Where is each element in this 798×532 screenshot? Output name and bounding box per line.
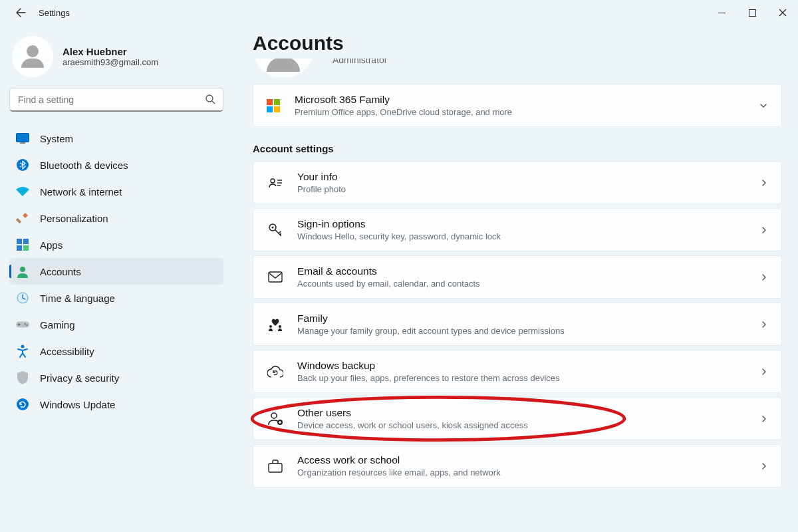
sidebar-item-network[interactable]: Network & internet bbox=[9, 178, 223, 205]
chevron-right-icon bbox=[760, 321, 768, 329]
svg-point-17 bbox=[21, 345, 25, 348]
sidebar-item-update[interactable]: Windows Update bbox=[9, 391, 223, 418]
chevron-down-icon bbox=[759, 101, 768, 110]
profile-email: araesmith93@gmail.com bbox=[63, 57, 158, 67]
sidebar-item-accessibility[interactable]: Accessibility bbox=[9, 338, 223, 364]
close-button[interactable] bbox=[767, 2, 798, 23]
row-work[interactable]: Access work or schoolOrganization resour… bbox=[253, 444, 782, 487]
backup-icon bbox=[267, 363, 284, 380]
profile-block[interactable]: Alex Huebner araesmith93@gmail.com bbox=[9, 32, 223, 88]
window-title: Settings bbox=[39, 8, 70, 18]
gaming-icon bbox=[16, 318, 29, 331]
row-title: Your info bbox=[297, 171, 760, 183]
otherusers-icon bbox=[267, 410, 284, 428]
personalization-icon bbox=[16, 211, 29, 225]
sidebar: Alex Huebner araesmith93@gmail.com Syste… bbox=[0, 25, 233, 532]
ms365-card[interactable]: Microsoft 365 Family Premium Office apps… bbox=[253, 84, 782, 127]
sidebar-item-label: Accessibility bbox=[40, 346, 94, 357]
apps-icon bbox=[16, 238, 29, 251]
privacy-icon bbox=[16, 371, 29, 384]
sidebar-item-label: Network & internet bbox=[40, 186, 122, 198]
svg-point-28 bbox=[271, 413, 277, 418]
row-title: Access work or school bbox=[297, 454, 760, 466]
yourinfo-icon bbox=[267, 174, 284, 192]
row-title: Windows backup bbox=[297, 360, 760, 372]
window-controls bbox=[706, 2, 798, 23]
svg-point-19 bbox=[271, 179, 275, 183]
avatar bbox=[12, 36, 53, 77]
chevron-right-icon bbox=[760, 179, 768, 187]
sidebar-item-gaming[interactable]: Gaming bbox=[9, 311, 223, 338]
chevron-right-icon bbox=[760, 368, 768, 376]
sidebar-item-time[interactable]: Time & language bbox=[9, 285, 223, 311]
nav-list: SystemBluetooth & devicesNetwork & inter… bbox=[9, 125, 223, 418]
row-sub: Organization resources like email, apps,… bbox=[297, 467, 760, 477]
row-key[interactable]: Sign-in optionsWindows Hello, security k… bbox=[253, 208, 782, 251]
family-icon bbox=[267, 316, 284, 333]
svg-rect-8 bbox=[17, 239, 22, 244]
sidebar-item-label: Bluetooth & devices bbox=[40, 160, 128, 171]
row-sub: Profile photo bbox=[297, 184, 760, 194]
row-family[interactable]: FamilyManage your family group, edit acc… bbox=[253, 303, 782, 346]
chevron-right-icon bbox=[760, 226, 768, 234]
ms365-title: Microsoft 365 Family bbox=[295, 94, 759, 106]
bluetooth-icon bbox=[16, 158, 29, 172]
sidebar-item-label: Gaming bbox=[40, 319, 75, 331]
sidebar-item-apps[interactable]: Apps bbox=[9, 231, 223, 258]
svg-point-27 bbox=[279, 325, 281, 328]
page-title: Accounts bbox=[253, 32, 782, 55]
mail-icon bbox=[267, 269, 284, 286]
sidebar-item-label: Windows Update bbox=[40, 399, 115, 410]
row-title: Sign-in options bbox=[297, 218, 760, 230]
admin-label: Administrator bbox=[332, 59, 387, 65]
svg-point-16 bbox=[26, 325, 27, 326]
sidebar-item-label: Personalization bbox=[40, 213, 108, 224]
row-title: Email & accounts bbox=[297, 265, 760, 277]
svg-point-18 bbox=[17, 398, 29, 410]
title-bar: Settings bbox=[0, 0, 798, 25]
row-sub: Windows Hello, security key, password, d… bbox=[297, 231, 760, 241]
settings-rows: Your infoProfile photoSign-in optionsWin… bbox=[253, 161, 782, 487]
accounts-icon bbox=[16, 265, 29, 278]
account-header-cutoff: Administrator bbox=[253, 59, 782, 77]
svg-rect-11 bbox=[23, 245, 29, 251]
sidebar-item-personalization[interactable]: Personalization bbox=[9, 205, 223, 231]
row-backup[interactable]: Windows backupBack up your files, apps, … bbox=[253, 350, 782, 393]
sidebar-item-label: Apps bbox=[40, 239, 63, 251]
accessibility-icon bbox=[16, 344, 29, 358]
maximize-button[interactable] bbox=[737, 2, 767, 23]
row-title: Family bbox=[297, 313, 760, 325]
search-input[interactable] bbox=[9, 88, 223, 112]
minimize-button[interactable] bbox=[706, 2, 737, 23]
microsoft-logo-icon bbox=[267, 99, 280, 112]
chevron-right-icon bbox=[760, 415, 768, 423]
search-box bbox=[9, 88, 223, 112]
chevron-right-icon bbox=[760, 273, 768, 281]
section-label: Account settings bbox=[253, 143, 782, 154]
svg-point-24 bbox=[272, 226, 274, 228]
back-button[interactable] bbox=[11, 3, 31, 23]
network-icon bbox=[16, 185, 29, 198]
sidebar-item-label: Privacy & security bbox=[40, 372, 119, 384]
chevron-right-icon bbox=[760, 462, 768, 470]
row-yourinfo[interactable]: Your infoProfile photo bbox=[253, 161, 782, 204]
sidebar-item-accounts[interactable]: Accounts bbox=[9, 258, 223, 285]
search-icon[interactable] bbox=[205, 94, 215, 104]
arrow-left-icon bbox=[15, 7, 26, 18]
update-icon bbox=[16, 398, 29, 411]
row-sub: Back up your files, apps, preferences to… bbox=[297, 373, 760, 383]
sidebar-item-privacy[interactable]: Privacy & security bbox=[9, 364, 223, 391]
ms365-sub: Premium Office apps, OneDrive cloud stor… bbox=[295, 107, 759, 117]
svg-rect-1 bbox=[749, 9, 755, 16]
row-mail[interactable]: Email & accountsAccounts used by email, … bbox=[253, 255, 782, 299]
sidebar-item-system[interactable]: System bbox=[9, 125, 223, 152]
sidebar-item-label: Accounts bbox=[40, 266, 81, 277]
row-otherusers[interactable]: Other usersDevice access, work or school… bbox=[253, 397, 782, 440]
svg-rect-7 bbox=[16, 218, 21, 223]
svg-rect-25 bbox=[269, 272, 282, 282]
svg-point-12 bbox=[20, 267, 25, 272]
profile-name: Alex Huebner bbox=[63, 46, 158, 57]
row-sub: Device access, work or school users, kio… bbox=[297, 420, 760, 430]
sidebar-item-bluetooth[interactable]: Bluetooth & devices bbox=[9, 152, 223, 178]
work-icon bbox=[267, 458, 284, 475]
